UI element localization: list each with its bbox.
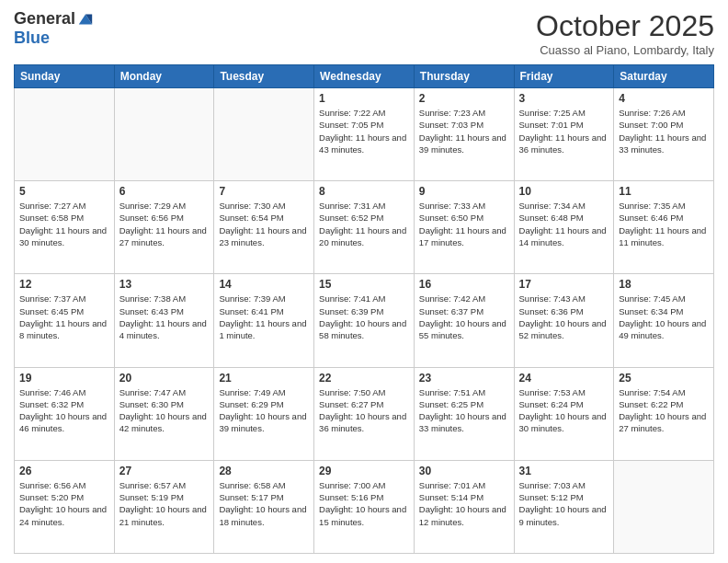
- day-info-5: Sunrise: 7:27 AM Sunset: 6:58 PM Dayligh…: [19, 200, 109, 248]
- day-info-25: Sunrise: 7:54 AM Sunset: 6:22 PM Dayligh…: [619, 386, 709, 435]
- day-info-16: Sunrise: 7:42 AM Sunset: 6:37 PM Dayligh…: [419, 293, 509, 341]
- day-number-11: 11: [619, 185, 709, 198]
- day-number-3: 3: [519, 92, 609, 105]
- day-info-23: Sunrise: 7:51 AM Sunset: 6:25 PM Dayligh…: [419, 386, 509, 435]
- day-number-2: 2: [419, 92, 509, 105]
- day-number-4: 4: [619, 92, 709, 105]
- calendar-cell-2-2: 14Sunrise: 7:39 AM Sunset: 6:41 PM Dayli…: [214, 274, 314, 367]
- day-number-31: 31: [519, 465, 609, 477]
- day-number-24: 24: [519, 372, 609, 385]
- logo-icon: [77, 11, 94, 28]
- day-number-12: 12: [19, 278, 109, 291]
- header-friday: Friday: [514, 65, 614, 88]
- day-info-20: Sunrise: 7:47 AM Sunset: 6:30 PM Dayligh…: [119, 386, 210, 435]
- day-number-28: 28: [219, 465, 309, 477]
- calendar-cell-0-3: 1Sunrise: 7:22 AM Sunset: 7:05 PM Daylig…: [314, 88, 415, 181]
- calendar-cell-0-2: [214, 88, 314, 181]
- calendar-cell-1-3: 8Sunrise: 7:31 AM Sunset: 6:52 PM Daylig…: [314, 181, 415, 274]
- day-info-22: Sunrise: 7:50 AM Sunset: 6:27 PM Dayligh…: [319, 386, 409, 435]
- day-info-17: Sunrise: 7:43 AM Sunset: 6:36 PM Dayligh…: [519, 293, 609, 341]
- week-row-0: 1Sunrise: 7:22 AM Sunset: 7:05 PM Daylig…: [15, 88, 714, 181]
- header-sunday: Sunday: [15, 65, 115, 88]
- day-info-28: Sunrise: 6:58 AM Sunset: 5:17 PM Dayligh…: [219, 479, 309, 528]
- calendar-cell-0-4: 2Sunrise: 7:23 AM Sunset: 7:03 PM Daylig…: [414, 88, 514, 181]
- calendar-cell-1-1: 6Sunrise: 7:29 AM Sunset: 6:56 PM Daylig…: [114, 181, 214, 274]
- day-number-20: 20: [119, 372, 210, 385]
- calendar-cell-2-4: 16Sunrise: 7:42 AM Sunset: 6:37 PM Dayli…: [414, 274, 514, 367]
- calendar-cell-2-0: 12Sunrise: 7:37 AM Sunset: 6:45 PM Dayli…: [15, 274, 115, 367]
- calendar-cell-4-5: 31Sunrise: 7:03 AM Sunset: 5:12 PM Dayli…: [514, 460, 614, 553]
- logo-text: General: [14, 9, 94, 29]
- logo: General Blue: [14, 9, 94, 48]
- day-info-4: Sunrise: 7:26 AM Sunset: 7:00 PM Dayligh…: [619, 107, 709, 155]
- day-number-16: 16: [419, 278, 509, 291]
- day-number-23: 23: [419, 372, 509, 385]
- day-number-30: 30: [419, 465, 509, 477]
- header-monday: Monday: [114, 65, 214, 88]
- day-info-26: Sunrise: 6:56 AM Sunset: 5:20 PM Dayligh…: [19, 479, 109, 528]
- calendar-cell-3-4: 23Sunrise: 7:51 AM Sunset: 6:25 PM Dayli…: [414, 367, 514, 460]
- day-number-26: 26: [19, 465, 109, 477]
- day-number-7: 7: [219, 185, 309, 198]
- calendar-cell-1-4: 9Sunrise: 7:33 AM Sunset: 6:50 PM Daylig…: [414, 181, 514, 274]
- calendar-cell-1-0: 5Sunrise: 7:27 AM Sunset: 6:58 PM Daylig…: [15, 181, 115, 274]
- day-info-29: Sunrise: 7:00 AM Sunset: 5:16 PM Dayligh…: [319, 479, 409, 528]
- day-number-21: 21: [219, 372, 309, 385]
- calendar-cell-3-3: 22Sunrise: 7:50 AM Sunset: 6:27 PM Dayli…: [314, 367, 415, 460]
- calendar-cell-4-6: [614, 460, 714, 553]
- week-row-2: 12Sunrise: 7:37 AM Sunset: 6:45 PM Dayli…: [15, 274, 714, 367]
- day-info-15: Sunrise: 7:41 AM Sunset: 6:39 PM Dayligh…: [319, 293, 409, 341]
- calendar-cell-0-1: [114, 88, 214, 181]
- calendar-cell-4-2: 28Sunrise: 6:58 AM Sunset: 5:17 PM Dayli…: [214, 460, 314, 553]
- day-info-1: Sunrise: 7:22 AM Sunset: 7:05 PM Dayligh…: [319, 107, 409, 155]
- logo-general: General: [14, 9, 75, 29]
- title-block: October 2025 Cuasso al Piano, Lombardy, …: [536, 9, 714, 57]
- day-info-24: Sunrise: 7:53 AM Sunset: 6:24 PM Dayligh…: [519, 386, 609, 435]
- week-row-1: 5Sunrise: 7:27 AM Sunset: 6:58 PM Daylig…: [15, 181, 714, 274]
- day-info-18: Sunrise: 7:45 AM Sunset: 6:34 PM Dayligh…: [619, 293, 709, 341]
- calendar-cell-4-3: 29Sunrise: 7:00 AM Sunset: 5:16 PM Dayli…: [314, 460, 415, 553]
- calendar: Sunday Monday Tuesday Wednesday Thursday…: [14, 64, 714, 554]
- header-saturday: Saturday: [614, 65, 714, 88]
- day-number-15: 15: [319, 278, 409, 291]
- week-row-3: 19Sunrise: 7:46 AM Sunset: 6:32 PM Dayli…: [15, 367, 714, 460]
- day-info-6: Sunrise: 7:29 AM Sunset: 6:56 PM Dayligh…: [119, 200, 210, 248]
- day-info-14: Sunrise: 7:39 AM Sunset: 6:41 PM Dayligh…: [219, 293, 309, 341]
- day-info-12: Sunrise: 7:37 AM Sunset: 6:45 PM Dayligh…: [19, 293, 109, 341]
- day-info-30: Sunrise: 7:01 AM Sunset: 5:14 PM Dayligh…: [419, 479, 509, 528]
- location: Cuasso al Piano, Lombardy, Italy: [536, 43, 714, 57]
- calendar-cell-4-0: 26Sunrise: 6:56 AM Sunset: 5:20 PM Dayli…: [15, 460, 115, 553]
- calendar-cell-1-5: 10Sunrise: 7:34 AM Sunset: 6:48 PM Dayli…: [514, 181, 614, 274]
- day-info-9: Sunrise: 7:33 AM Sunset: 6:50 PM Dayligh…: [419, 200, 509, 248]
- day-number-27: 27: [119, 465, 210, 477]
- day-info-10: Sunrise: 7:34 AM Sunset: 6:48 PM Dayligh…: [519, 200, 609, 248]
- calendar-cell-3-6: 25Sunrise: 7:54 AM Sunset: 6:22 PM Dayli…: [614, 367, 714, 460]
- calendar-cell-1-2: 7Sunrise: 7:30 AM Sunset: 6:54 PM Daylig…: [214, 181, 314, 274]
- day-number-17: 17: [519, 278, 609, 291]
- calendar-cell-0-5: 3Sunrise: 7:25 AM Sunset: 7:01 PM Daylig…: [514, 88, 614, 181]
- header-tuesday: Tuesday: [214, 65, 314, 88]
- day-number-18: 18: [619, 278, 709, 291]
- day-number-5: 5: [19, 185, 109, 198]
- day-number-19: 19: [19, 372, 109, 385]
- header-thursday: Thursday: [414, 65, 514, 88]
- calendar-cell-0-0: [15, 88, 115, 181]
- day-number-14: 14: [219, 278, 309, 291]
- day-info-7: Sunrise: 7:30 AM Sunset: 6:54 PM Dayligh…: [219, 200, 309, 248]
- calendar-cell-3-1: 20Sunrise: 7:47 AM Sunset: 6:30 PM Dayli…: [114, 367, 214, 460]
- day-number-29: 29: [319, 465, 409, 477]
- day-number-13: 13: [119, 278, 210, 291]
- calendar-header-row: Sunday Monday Tuesday Wednesday Thursday…: [15, 65, 714, 88]
- day-number-25: 25: [619, 372, 709, 385]
- calendar-cell-4-1: 27Sunrise: 6:57 AM Sunset: 5:19 PM Dayli…: [114, 460, 214, 553]
- logo-blue-text: Blue: [14, 29, 50, 47]
- week-row-4: 26Sunrise: 6:56 AM Sunset: 5:20 PM Dayli…: [15, 460, 714, 553]
- day-info-2: Sunrise: 7:23 AM Sunset: 7:03 PM Dayligh…: [419, 107, 509, 155]
- day-info-11: Sunrise: 7:35 AM Sunset: 6:46 PM Dayligh…: [619, 200, 709, 248]
- day-number-9: 9: [419, 185, 509, 198]
- calendar-cell-2-6: 18Sunrise: 7:45 AM Sunset: 6:34 PM Dayli…: [614, 274, 714, 367]
- calendar-cell-3-2: 21Sunrise: 7:49 AM Sunset: 6:29 PM Dayli…: [214, 367, 314, 460]
- header-wednesday: Wednesday: [314, 65, 415, 88]
- calendar-cell-1-6: 11Sunrise: 7:35 AM Sunset: 6:46 PM Dayli…: [614, 181, 714, 274]
- day-info-3: Sunrise: 7:25 AM Sunset: 7:01 PM Dayligh…: [519, 107, 609, 155]
